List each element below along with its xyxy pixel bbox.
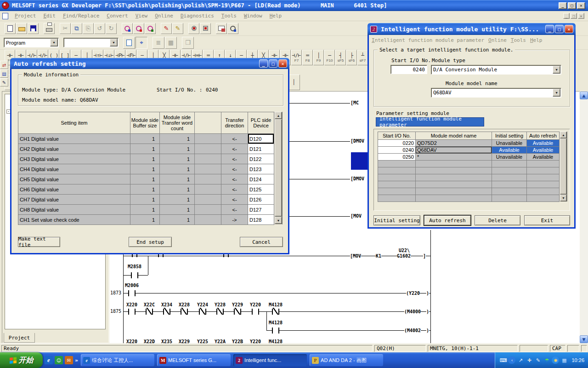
module-type-combobox[interactable]: D/A Conversion Module ▼	[431, 65, 561, 75]
minimize-button[interactable]: _	[545, 25, 554, 33]
scroll-up-icon[interactable]: ▲	[560, 132, 567, 138]
scroll-down-icon[interactable]: ▼	[580, 335, 588, 343]
utility-menu-item-online[interactable]: Online	[488, 37, 511, 43]
cell-model-name[interactable]: Q68DAV	[416, 147, 492, 154]
find-device-button[interactable]	[145, 23, 156, 34]
taskbar-task-utility[interactable]: 2Intelligent func...	[233, 354, 307, 366]
taskbar-task-ie[interactable]: e综合讨论 工控人...	[81, 354, 154, 366]
table-scrollbar[interactable]: ▲ ▼	[274, 112, 283, 224]
cancel-button[interactable]: Cancel	[240, 237, 283, 247]
network-icon[interactable]: ▦	[560, 356, 568, 364]
write-mode-button[interactable]: ✎	[161, 23, 172, 34]
ladder-monitor-button[interactable]: ≣	[153, 37, 164, 49]
minimize-button[interactable]: _	[559, 2, 567, 9]
utility-menu-item-help[interactable]: Help	[530, 37, 547, 43]
messenger-icon[interactable]: ☺	[55, 356, 63, 364]
menu-item-help[interactable]: Help	[266, 13, 286, 19]
cell-start-io[interactable]: 0240	[378, 147, 416, 154]
cut-button[interactable]: ✂	[60, 23, 71, 34]
copy-button[interactable]: ⧉	[71, 23, 82, 34]
find-button[interactable]	[122, 23, 133, 34]
disabled-device-icon[interactable]: ✚	[526, 356, 533, 364]
transfer-button[interactable]	[216, 23, 227, 34]
start-io-input[interactable]: 0240	[390, 65, 427, 74]
write-icon[interactable]: ✎	[0, 78, 8, 86]
model-name-combobox[interactable]: Q68DAV ▼	[431, 88, 561, 98]
cell-plc-device[interactable]: D121	[248, 144, 274, 154]
menu-item-convert[interactable]: Convert	[103, 13, 131, 19]
mdi-restore-icon[interactable]: ❐	[571, 13, 577, 19]
scroll-down-icon[interactable]: ▼	[275, 217, 282, 224]
menu-item-findreplace[interactable]: Find/Replace	[59, 13, 103, 19]
close-button[interactable]: ✕	[565, 25, 573, 33]
ladder-symbol-button[interactable]: │	[288, 75, 300, 90]
find-combobox[interactable]: ▼	[63, 38, 119, 47]
mail-icon[interactable]: ✉	[65, 356, 73, 364]
cell-plc-device[interactable]: D128	[248, 215, 274, 225]
cell-model-name[interactable]: QD75D2	[416, 140, 492, 147]
quick-launch-overflow-icon[interactable]: »	[75, 357, 78, 363]
start-button[interactable]: 开始	[0, 352, 43, 368]
menu-item-online[interactable]: Online	[151, 13, 177, 19]
cell-plc-device[interactable]: D125	[248, 184, 274, 195]
close-button[interactable]: ✕	[278, 59, 287, 68]
find-replace-button[interactable]	[133, 23, 144, 34]
cell-auto-refresh[interactable]: Available	[527, 154, 560, 161]
program-combobox[interactable]: Program ▼	[4, 38, 59, 47]
ladder-symbol-button[interactable]: ─F10	[324, 50, 335, 65]
menu-item-tools[interactable]: Tools	[218, 13, 240, 19]
maximize-button[interactable]: □	[555, 25, 564, 33]
project-tab[interactable]: Project	[4, 333, 35, 343]
save-button[interactable]	[28, 23, 39, 34]
close-button[interactable]: ✕	[577, 2, 585, 9]
taskbar-task-paint[interactable]: PAD AND DA 2 - 画图	[310, 354, 383, 366]
clock[interactable]: 10:26	[571, 357, 584, 363]
delete-button[interactable]: Delete	[475, 215, 520, 225]
taskbar-task-melsoft[interactable]: MMELSOFT series G...	[157, 354, 231, 366]
ladder-symbol-button[interactable]: ⊣/⊢F7	[291, 50, 302, 65]
window-list-button[interactable]: ❒	[182, 37, 194, 49]
mdi-minimize-icon[interactable]: _	[563, 13, 570, 19]
main-titlebar[interactable]: MELSOFT series GX Developer F:\SST\polis…	[0, 0, 588, 11]
chevron-down-icon[interactable]: ▼	[553, 66, 560, 74]
language-bar-icon[interactable]: ‹	[508, 356, 515, 364]
exit-button[interactable]: Exit	[524, 215, 570, 225]
device-monitor-button[interactable]: ▦	[165, 37, 177, 49]
cell-start-io[interactable]: 0250	[378, 154, 416, 161]
window-find-button[interactable]	[227, 23, 238, 34]
transfer-setup-icon[interactable]: ⇄	[0, 61, 8, 69]
zoom-out-button[interactable]	[200, 23, 211, 34]
scroll-up-icon[interactable]: ▲	[580, 92, 588, 99]
mdi-close-icon[interactable]: ✕	[578, 13, 584, 19]
end-setup-button[interactable]: End setup	[129, 237, 172, 247]
cell-initial-setting[interactable]: Available	[492, 147, 527, 154]
undo-button[interactable]: ↺	[94, 23, 105, 34]
cell-plc-device[interactable]: D127	[248, 205, 274, 215]
menu-item-diagnostics[interactable]: Diagnostics	[177, 13, 218, 19]
auto-refresh-dialog-titlebar[interactable]: Auto refresh setting _ □ ✕	[10, 58, 289, 69]
umbrella-icon[interactable]: ☂	[543, 356, 550, 364]
maximize-button[interactable]: □	[269, 59, 277, 68]
utility-dialog-titlebar[interactable]: 2 Intelligent function module utility F:…	[368, 23, 576, 35]
cell-auto-refresh[interactable]: Available	[527, 140, 560, 147]
pen-icon[interactable]: ✎	[534, 356, 542, 364]
ie-icon[interactable]: e	[45, 356, 53, 364]
comment-display-button[interactable]	[123, 37, 135, 49]
zoom-in-button[interactable]	[188, 23, 199, 34]
arrow-icon[interactable]: ↗	[517, 356, 524, 364]
chevron-down-icon[interactable]: ▼	[50, 39, 58, 46]
print-button[interactable]	[44, 23, 55, 34]
scroll-down-icon[interactable]: ▼	[560, 195, 567, 201]
utility-menu-item-tools[interactable]: Tools	[511, 37, 530, 43]
cell-plc-device[interactable]: D123	[248, 164, 274, 174]
scrollbar-thumb[interactable]	[560, 138, 567, 195]
chevron-down-icon[interactable]: ▼	[553, 89, 560, 97]
keyboard-icon[interactable]: ⌨	[499, 356, 507, 364]
mdi-child-icon[interactable]	[2, 13, 8, 19]
cell-plc-device[interactable]: D120	[248, 134, 274, 144]
cell-auto-refresh[interactable]: Available	[527, 147, 560, 154]
menu-item-view[interactable]: View	[132, 13, 152, 19]
scrollbar-thumb[interactable]	[275, 119, 282, 217]
parameter-tab[interactable]: Intelligent function module parameter	[376, 117, 484, 126]
cell-initial-setting[interactable]: Unavailable	[492, 154, 527, 161]
